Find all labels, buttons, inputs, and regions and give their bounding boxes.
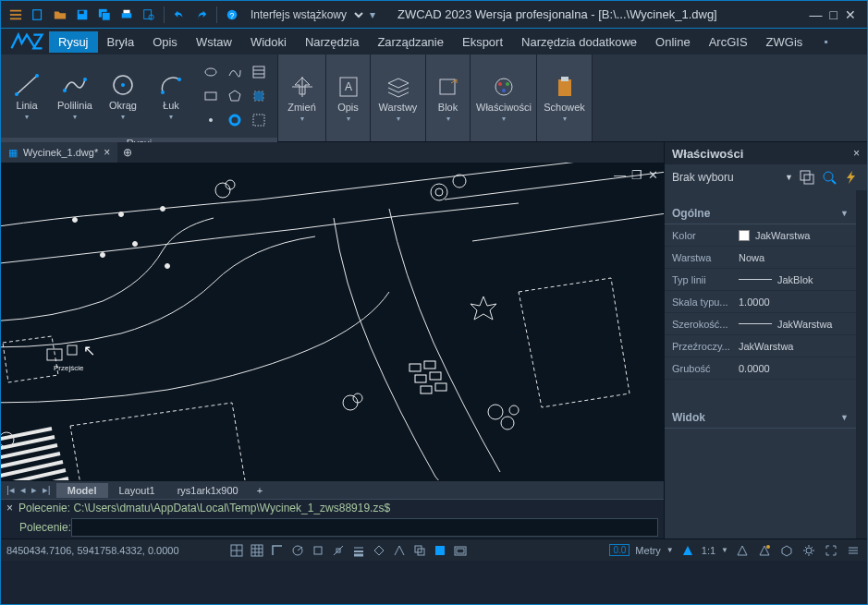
panel-wlasciwosci[interactable]: Właściwości▾	[474, 70, 533, 127]
new-icon[interactable]	[28, 5, 48, 25]
document-tab-close[interactable]: ×	[104, 146, 110, 159]
fullscreen-icon[interactable]	[823, 542, 839, 559]
command-input[interactable]	[71, 518, 658, 537]
scale-label[interactable]: 1:1	[702, 545, 715, 556]
lwt-icon[interactable]	[350, 542, 367, 559]
open-icon[interactable]	[50, 5, 70, 25]
app-menu-icon[interactable]	[6, 5, 26, 25]
panel-warstwy[interactable]: Warstwy▾	[374, 70, 422, 127]
section-view[interactable]: Widok▼	[665, 407, 856, 429]
chevron-down-icon[interactable]: ▼	[721, 546, 728, 554]
tool-linia[interactable]: Linia▾	[5, 68, 49, 125]
workspace-dropdown[interactable]: Interfejs wstążkowy	[243, 6, 366, 24]
customization-icon[interactable]	[845, 542, 862, 559]
prop-row-szerokosc[interactable]: Szerokość...JakWarstwa	[665, 313, 856, 335]
ann-auto-icon[interactable]	[756, 542, 773, 559]
tool-hatch[interactable]	[249, 62, 269, 82]
maximize-button[interactable]: □	[830, 7, 837, 22]
panel-opis[interactable]: AOpis▾	[330, 70, 366, 127]
section-general[interactable]: Ogólne▼	[665, 203, 856, 224]
menu-zwgis[interactable]: ZWGis	[757, 31, 813, 53]
cycle-icon[interactable]	[411, 542, 428, 559]
chevron-down-icon[interactable]: ▼	[666, 546, 674, 554]
panel-zmien[interactable]: Zmień▾	[282, 70, 322, 127]
osnap-icon[interactable]	[310, 542, 326, 559]
menu-rysuj[interactable]: Rysuj	[49, 31, 98, 53]
ann-vis-icon[interactable]	[734, 542, 751, 559]
isoplane-icon[interactable]	[778, 542, 795, 559]
tool-spline[interactable]	[225, 62, 245, 82]
snap-grid-icon[interactable]	[228, 542, 245, 559]
ortho-icon[interactable]	[269, 542, 286, 559]
menu-zarzadzanie[interactable]: Zarządzanie	[368, 31, 453, 53]
tool-luk[interactable]: Łuk▾	[149, 68, 193, 125]
menu-arcgis[interactable]: ArcGIS	[700, 31, 757, 53]
prop-row-typlinii[interactable]: Typ liniiJakBlok	[665, 269, 856, 291]
save-icon[interactable]	[72, 5, 92, 25]
layout-icon[interactable]	[452, 542, 469, 559]
settings-icon[interactable]	[801, 542, 817, 559]
units-label[interactable]: Metry	[635, 545, 661, 556]
tool-region[interactable]	[249, 86, 269, 106]
layout-tab-rys1[interactable]: rys1ark1x900	[166, 483, 250, 498]
close-button[interactable]: ✕	[845, 7, 856, 22]
app-logo-icon[interactable]	[5, 29, 49, 54]
tool-ellipse[interactable]	[201, 62, 221, 82]
document-tab[interactable]: ▦ Wycinek_1.dwg* ×	[1, 142, 117, 163]
prop-row-skala[interactable]: Skala typu...1.0000	[665, 291, 856, 313]
undo-icon[interactable]	[169, 5, 189, 25]
dyn-icon[interactable]	[371, 542, 387, 559]
menu-online[interactable]: Online	[646, 31, 700, 53]
flash-icon[interactable]	[843, 169, 860, 186]
panel-blok[interactable]: Blok▾	[430, 70, 466, 127]
menu-wstaw[interactable]: Wstaw	[187, 31, 241, 53]
properties-scrollbar[interactable]	[856, 190, 867, 538]
layout-next-icon[interactable]: ▸	[30, 484, 39, 496]
layout-tab-layout1[interactable]: Layout1	[108, 483, 166, 498]
menu-narzedzia-dodatkowe[interactable]: Narzędzia dodatkowe	[512, 31, 646, 53]
otrack-icon[interactable]	[330, 542, 347, 559]
model-icon[interactable]	[432, 542, 448, 559]
minimize-button[interactable]: —	[810, 7, 823, 22]
polar-icon[interactable]	[289, 542, 306, 559]
tool-more[interactable]	[249, 110, 269, 130]
layout-tab-add[interactable]: +	[250, 485, 270, 496]
menu-bryla[interactable]: Bryła	[98, 31, 144, 53]
selection-dropdown[interactable]: Brak wyboru	[672, 171, 779, 184]
layout-tab-model[interactable]: Model	[56, 483, 108, 498]
cmdline-close-icon[interactable]: ×	[6, 502, 18, 514]
prop-row-grubosc[interactable]: Grubość0.0000	[665, 357, 856, 380]
tool-polilinia[interactable]: Polilinia▾	[53, 68, 97, 125]
menu-opis[interactable]: Opis	[143, 31, 187, 53]
document-tab-add[interactable]: ⊕	[117, 146, 138, 159]
menu-widoki[interactable]: Widoki	[241, 31, 296, 53]
tool-polygon[interactable]	[225, 86, 245, 106]
prop-row-kolor[interactable]: KolorJakWarstwa	[665, 224, 856, 247]
pickadd-icon[interactable]	[821, 169, 837, 186]
tool-donut[interactable]	[225, 110, 245, 130]
menu-more-icon[interactable]: ▪	[815, 31, 836, 52]
drawing-canvas[interactable]: — ❐ ✕	[1, 163, 664, 480]
quickselect-icon[interactable]	[799, 169, 815, 186]
layout-last-icon[interactable]: ▸|	[41, 484, 53, 496]
tool-rect[interactable]	[201, 86, 221, 106]
menu-narzedzia[interactable]: Narzędzia	[296, 31, 369, 53]
help-icon[interactable]: ?	[222, 5, 242, 25]
ducs-icon[interactable]	[391, 542, 408, 559]
tool-point[interactable]	[201, 110, 221, 130]
prop-row-przezroczystosc[interactable]: Przeźroczy...JakWarstwa	[665, 335, 856, 357]
redo-icon[interactable]	[191, 5, 212, 25]
tool-okrag[interactable]: Okrąg▾	[101, 68, 145, 125]
preview-icon[interactable]	[139, 5, 159, 25]
layout-first-icon[interactable]: |◂	[5, 484, 17, 496]
menu-eksport[interactable]: Eksport	[453, 31, 512, 53]
ann-scale-icon[interactable]	[679, 542, 696, 559]
prop-row-warstwa[interactable]: WarstwaNowa	[665, 247, 856, 269]
saveall-icon[interactable]	[94, 5, 115, 25]
layout-prev-icon[interactable]: ◂	[18, 484, 28, 496]
grid-icon[interactable]	[249, 542, 265, 559]
panel-schowek[interactable]: Schowek▾	[541, 70, 588, 127]
print-icon[interactable]	[116, 5, 137, 25]
chevron-down-icon[interactable]: ▼	[785, 173, 793, 182]
properties-close-icon[interactable]: ×	[853, 147, 860, 160]
